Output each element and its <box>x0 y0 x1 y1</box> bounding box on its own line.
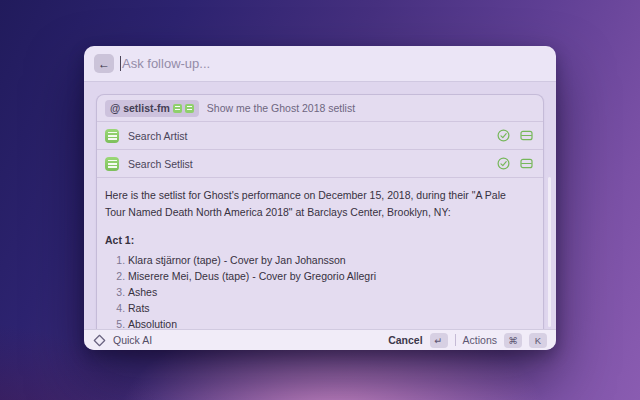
actions-button[interactable]: Actions <box>463 334 497 346</box>
song-item: Rats <box>128 300 527 316</box>
mention-label: @ setlist-fm <box>110 102 170 114</box>
back-button[interactable]: ← <box>94 54 114 73</box>
setlistfm-icon <box>105 129 119 143</box>
scrollbar-thumb[interactable] <box>548 177 551 327</box>
cancel-button[interactable]: Cancel <box>388 334 422 346</box>
setlistfm-icon <box>105 157 119 171</box>
desktop-background: ← Ask follow-up... @ setlist-fm Show me … <box>0 0 640 400</box>
follow-up-input[interactable]: Ask follow-up... <box>122 56 210 71</box>
k-key-badge: K <box>529 333 547 348</box>
response-data-icon <box>520 129 533 142</box>
tool-row-search-artist[interactable]: Search Artist <box>97 122 543 150</box>
song-item: Miserere Mei, Deus (tape) - Cover by Gre… <box>128 268 527 284</box>
act-heading: Act 1: <box>105 234 527 246</box>
check-circle-icon <box>497 129 510 142</box>
ai-answer: Here is the setlist for Ghost's performa… <box>97 178 543 329</box>
footer-left: Quick AI <box>93 334 388 347</box>
cmd-key-badge: ⌘ <box>504 333 522 348</box>
tool-label: Search Setlist <box>128 158 488 170</box>
query-text: Show me the Ghost 2018 setlist <box>207 102 355 114</box>
quick-ai-window: ← Ask follow-up... @ setlist-fm Show me … <box>84 46 556 350</box>
text-cursor <box>120 56 121 71</box>
tool-row-search-setlist[interactable]: Search Setlist <box>97 150 543 178</box>
mention-chip[interactable]: @ setlist-fm <box>105 100 199 117</box>
result-scroll-area: @ setlist-fm Show me the Ghost 2018 setl… <box>84 82 556 329</box>
setlistfm-icon <box>185 104 194 113</box>
tool-status <box>497 157 533 170</box>
tool-label: Search Artist <box>128 130 488 142</box>
setlistfm-icon <box>173 104 182 113</box>
action-bar: Quick AI Cancel ↵ Actions ⌘ K <box>84 329 556 350</box>
query-row[interactable]: @ setlist-fm Show me the Ghost 2018 setl… <box>97 95 543 122</box>
tool-status <box>497 129 533 142</box>
check-circle-icon <box>497 157 510 170</box>
result-card: @ setlist-fm Show me the Ghost 2018 setl… <box>96 94 544 329</box>
footer-right: Cancel ↵ Actions ⌘ K <box>388 333 547 348</box>
raycast-logo-icon <box>93 334 106 347</box>
song-item: Absolution <box>128 316 527 329</box>
setlist-songs: Klara stjärnor (tape) - Cover by Jan Joh… <box>105 252 527 329</box>
song-item: Klara stjärnor (tape) - Cover by Jan Joh… <box>128 252 527 268</box>
back-arrow-icon: ← <box>98 58 110 70</box>
song-item: Ashes <box>128 284 527 300</box>
response-data-icon <box>520 157 533 170</box>
answer-intro: Here is the setlist for Ghost's performa… <box>105 187 527 220</box>
return-key-badge: ↵ <box>430 333 448 348</box>
follow-up-bar: ← Ask follow-up... <box>84 46 556 82</box>
divider <box>455 334 456 346</box>
app-label: Quick AI <box>113 334 152 346</box>
